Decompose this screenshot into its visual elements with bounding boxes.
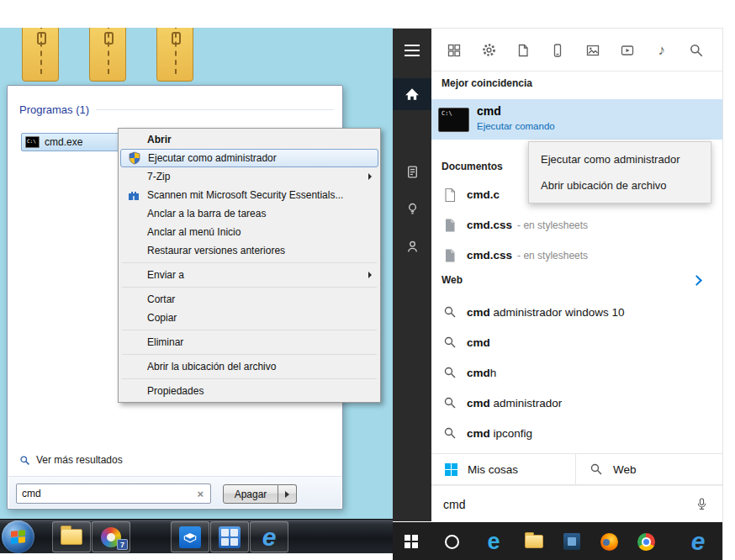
hamburger-menu-button[interactable]	[393, 29, 431, 71]
videos-filter-icon[interactable]	[616, 39, 639, 62]
firefox-button[interactable]	[592, 522, 626, 560]
web-suggestion-row[interactable]: cmd administrador windows 10	[431, 298, 722, 328]
documents-filter-icon[interactable]	[511, 39, 535, 62]
music-note-glyph: ♪	[658, 43, 666, 57]
menu-separator	[122, 287, 377, 288]
menu-item-copy[interactable]: Copiar	[120, 309, 378, 327]
document-title: cmd.css- en stylesheets	[467, 249, 588, 262]
edge-button[interactable]: e	[477, 522, 510, 560]
css-file-icon	[443, 248, 458, 263]
win7-taskbar: 7 e	[0, 519, 393, 553]
web-expand-chevron-icon[interactable]	[691, 275, 702, 286]
start-search-box[interactable]: ×	[16, 483, 211, 504]
clear-search-icon[interactable]: ×	[195, 488, 205, 500]
document-icon	[443, 188, 458, 203]
firefox-icon	[600, 533, 618, 551]
sidebar-ideas-button[interactable]	[393, 193, 431, 225]
win7-context-menu: Abrir Ejecutar como administrador 7-Zip	[118, 128, 381, 403]
web-suggestion-row[interactable]: cmdh	[431, 358, 722, 388]
sidebar-notebook-button[interactable]	[393, 156, 431, 188]
filter-icons-row: ♪	[431, 29, 719, 71]
see-more-label: Ver más resultados	[36, 454, 123, 466]
taskbar-paint-button[interactable]: 7	[92, 521, 130, 552]
menu-item-restore-versions[interactable]: Restaurar versiones anteriores	[120, 241, 378, 260]
lightbulb-icon	[405, 202, 420, 216]
taskbar-dropbox-button[interactable]	[171, 521, 209, 552]
dropbox-icon	[179, 526, 201, 548]
start-search-input[interactable]	[22, 488, 195, 499]
taskbar-explorer-button[interactable]	[52, 521, 91, 552]
menu-item-label: Anclar a la barra de tareas	[147, 208, 266, 219]
sidebar-home-button[interactable]	[393, 78, 431, 110]
taskbar-app-button[interactable]	[210, 521, 249, 552]
shutdown-button[interactable]: Apagar	[223, 484, 278, 504]
web-suggestion-row[interactable]: cmd administrador	[431, 388, 722, 419]
shutdown-control: Apagar	[223, 484, 297, 504]
menu-item-properties[interactable]: Propiedades	[120, 382, 378, 400]
cortana-search-input[interactable]	[443, 498, 692, 511]
menu-item-label: Abrir	[147, 134, 172, 145]
start-orb[interactable]	[2, 520, 34, 553]
sidebar-people-button[interactable]	[393, 230, 431, 262]
see-more-results-link[interactable]: Ver más resultados	[19, 454, 123, 466]
search-icon	[443, 305, 458, 320]
windows-flag-icon	[445, 463, 457, 476]
chrome-button[interactable]	[629, 522, 663, 560]
web-header: Web	[442, 274, 463, 286]
cortana-sidebar	[393, 71, 431, 521]
document-result-row[interactable]: cmd.css- en stylesheets	[431, 210, 722, 240]
section-rule	[96, 109, 334, 110]
menu-item-open[interactable]: Abrir	[120, 130, 378, 149]
best-match-result-cmd[interactable]: C:\ cmd Ejecutar comando	[431, 99, 722, 140]
shutdown-options-arrow[interactable]	[278, 484, 297, 504]
menu-item-open-file-location[interactable]: Abrir ubicación de archivo	[529, 172, 711, 198]
zipped-folder-icon	[89, 28, 126, 82]
document-title: cmd.c	[467, 188, 505, 201]
search-filter-icon[interactable]	[685, 39, 708, 62]
menu-item-pin-to-taskbar[interactable]: Anclar a la barra de tareas	[120, 204, 378, 223]
settings-filter-icon[interactable]	[477, 39, 500, 62]
apps-filter-icon[interactable]	[442, 39, 466, 62]
document-result-row[interactable]: cmd.css- en stylesheets	[431, 240, 722, 271]
my-stuff-button[interactable]: Mis cosas	[431, 454, 576, 484]
menu-item-delete[interactable]: Eliminar	[120, 333, 378, 351]
web-suggestion-row[interactable]: cmd	[431, 328, 722, 358]
music-filter-icon[interactable]: ♪	[650, 39, 674, 62]
file-explorer-button[interactable]	[517, 522, 551, 560]
zipped-folder-icon	[156, 28, 193, 82]
notebook-icon	[405, 165, 420, 179]
menu-item-send-to[interactable]: Enviar a	[120, 266, 378, 284]
menu-item-run-as-admin[interactable]: Ejecutar como administrador	[529, 146, 711, 172]
programs-section-header: Programas (1)	[19, 103, 89, 116]
menu-item-label: Copiar	[147, 312, 177, 324]
device-filter-icon[interactable]	[546, 39, 569, 62]
suggestion-text: cmd administrador windows 10	[467, 306, 625, 319]
internet-explorer-button[interactable]: e	[681, 522, 715, 560]
menu-item-label: Abrir la ubicación del archivo	[147, 361, 276, 372]
menu-item-label: Anclar al menú Inicio	[147, 226, 241, 238]
menu-item-cut[interactable]: Cortar	[120, 290, 378, 309]
search-icon	[443, 426, 458, 441]
cortana-button[interactable]	[435, 522, 468, 560]
menu-item-pin-to-start[interactable]: Anclar al menú Inicio	[120, 223, 378, 241]
search-icon	[19, 455, 30, 466]
taskbar-ie-button[interactable]: e	[250, 521, 288, 552]
menu-item-7zip[interactable]: 7-Zip	[120, 167, 378, 186]
zipped-folder-icon	[22, 28, 59, 82]
menu-item-scan-security-essentials[interactable]: Scannen mit Microsoft Security Essential…	[120, 186, 378, 204]
photos-filter-icon[interactable]	[581, 39, 605, 62]
menu-separator	[122, 378, 377, 379]
microphone-icon[interactable]	[692, 494, 711, 515]
menu-item-run-as-admin[interactable]: Ejecutar como administrador	[120, 149, 378, 167]
web-suggestion-row[interactable]: cmd ipconfig	[431, 419, 722, 449]
pinned-app-button[interactable]	[555, 522, 589, 560]
suggestion-text: cmdh	[467, 367, 496, 379]
menu-item-open-file-location[interactable]: Abrir la ubicación del archivo	[120, 357, 378, 376]
document-title: cmd.css- en stylesheets	[467, 219, 588, 231]
my-stuff-label: Mis cosas	[468, 463, 518, 476]
start-button[interactable]	[394, 522, 428, 560]
web-search-button[interactable]: Web	[576, 454, 722, 484]
result-label: cmd.exe	[45, 136, 82, 148]
menu-item-label: Restaurar versiones anteriores	[147, 245, 285, 256]
search-filter-bar: ♪	[393, 29, 722, 71]
